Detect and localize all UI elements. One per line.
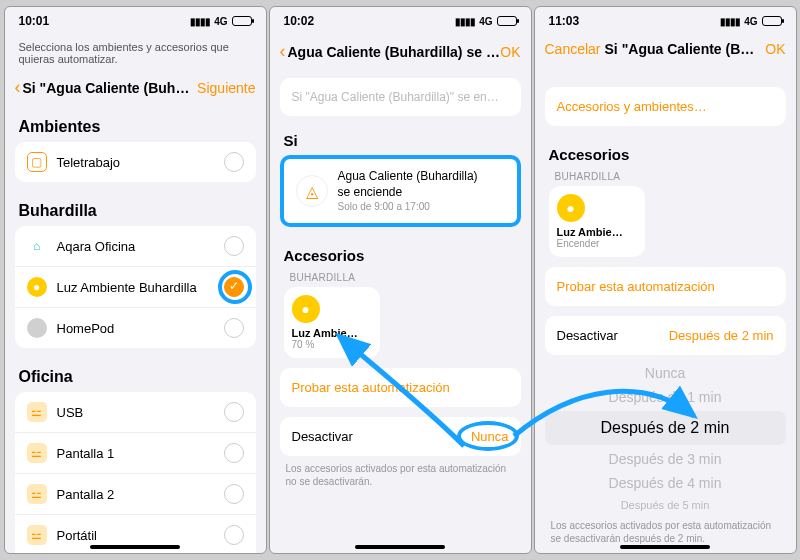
plug-icon: ⚍ xyxy=(27,443,47,463)
trigger-card[interactable]: ◬ Agua Caliente (Buhardilla) se enciende… xyxy=(280,155,521,227)
network-label: 4G xyxy=(744,16,757,27)
picker-option[interactable]: Después de 1 min xyxy=(545,385,786,409)
plug-icon: ⚍ xyxy=(27,484,47,504)
deactivate-row[interactable]: Desactivar Después de 2 min xyxy=(545,316,786,355)
radio-checked[interactable] xyxy=(224,277,244,297)
deactivate-row[interactable]: Desactivar Nunca xyxy=(280,417,521,456)
bulb-icon: ● xyxy=(557,194,585,222)
clock: 10:02 xyxy=(284,14,315,28)
accessory-tile-luz[interactable]: ● Luz Ambie… 70 % xyxy=(284,287,380,358)
deactivate-value: Nunca xyxy=(471,429,509,444)
status-bar: 10:01 ▮▮▮▮ 4G xyxy=(5,7,266,35)
home-indicator[interactable] xyxy=(355,545,445,549)
accessory-pantalla1[interactable]: ⚍Pantalla 1 xyxy=(15,433,256,474)
bulb-icon: ● xyxy=(27,277,47,297)
clock: 11:03 xyxy=(549,14,580,28)
screen-3: 11:03 ▮▮▮▮ 4G Cancelar Si "Agua Caliente… xyxy=(534,6,797,554)
picker-option[interactable]: Después de 4 min xyxy=(545,471,786,495)
group-oficina: ⚍USB ⚍Pantalla 1 ⚍Pantalla 2 ⚍Portátil ⚍… xyxy=(15,392,256,554)
battery-icon xyxy=(762,16,782,26)
ok-button[interactable]: OK xyxy=(500,44,520,60)
deactivate-value: Después de 2 min xyxy=(669,328,774,343)
monitor-icon: ▢ xyxy=(27,152,47,172)
homepod-icon xyxy=(27,318,47,338)
status-bar: 10:02 ▮▮▮▮ 4G xyxy=(270,7,531,35)
accessory-tile-luz[interactable]: ● Luz Ambie… Encender xyxy=(549,186,645,257)
test-automation-button[interactable]: Probar esta automatización xyxy=(280,368,521,407)
home-indicator[interactable] xyxy=(620,545,710,549)
accessory-homepod[interactable]: HomePod xyxy=(15,308,256,348)
tile-name: Luz Ambie… xyxy=(557,226,637,238)
nav-bar: ‹ Si "Agua Caliente (Buhardill… Siguient… xyxy=(5,71,266,108)
accessory-pantalla2[interactable]: ⚍Pantalla 2 xyxy=(15,474,256,515)
ok-button[interactable]: OK xyxy=(765,41,785,57)
tile-sub: 70 % xyxy=(292,339,372,350)
picker-option[interactable]: Después de 3 min xyxy=(545,447,786,471)
back-icon[interactable]: ‹ xyxy=(280,41,286,62)
radio-unchecked[interactable] xyxy=(224,152,244,172)
deactivate-label: Desactivar xyxy=(557,328,618,343)
status-bar: 11:03 ▮▮▮▮ 4G xyxy=(535,7,796,35)
accessory-luz[interactable]: ● Luz Ambiente Buhardilla xyxy=(15,267,256,308)
radio-unchecked[interactable] xyxy=(224,236,244,256)
home-indicator[interactable] xyxy=(90,545,180,549)
trigger-line1: Agua Caliente (Buhardilla) xyxy=(338,169,478,185)
picker-option[interactable]: Nunca xyxy=(545,361,786,385)
screen-1: 10:01 ▮▮▮▮ 4G Selecciona los ambientes y… xyxy=(4,6,267,554)
section-accesorios: Accesorios xyxy=(270,237,531,270)
tile-sub: Encender xyxy=(557,238,637,249)
hub-icon: ⌂ xyxy=(27,236,47,256)
section-buhardilla: Buhardilla xyxy=(5,192,266,226)
trigger-line2: se enciende xyxy=(338,185,478,201)
accessory-aqara[interactable]: ⌂ Aqara Oficina xyxy=(15,226,256,267)
section-si: Si xyxy=(270,122,531,155)
radio-unchecked[interactable] xyxy=(224,318,244,338)
section-accesorios: Accesorios xyxy=(535,136,796,169)
plug-icon: ⚍ xyxy=(27,525,47,545)
room-teletrabajo[interactable]: ▢ Teletrabajo xyxy=(15,142,256,182)
group-label: BUHARDILLA xyxy=(535,169,796,186)
back-icon[interactable]: ‹ xyxy=(15,77,21,98)
next-button[interactable]: Siguiente xyxy=(197,80,255,96)
battery-icon xyxy=(497,16,517,26)
trigger-icon: ◬ xyxy=(296,175,328,207)
nav-bar: ‹ Agua Caliente (Buhardilla) se enc… OK xyxy=(270,35,531,72)
battery-icon xyxy=(232,16,252,26)
instructions-text: Selecciona los ambientes y accesorios qu… xyxy=(5,35,266,71)
group-label: BUHARDILLA xyxy=(270,270,531,287)
nav-bar: Cancelar Si "Agua Caliente (Buhardill… O… xyxy=(535,35,796,67)
test-automation-button[interactable]: Probar esta automatización xyxy=(545,267,786,306)
group-ambientes: ▢ Teletrabajo xyxy=(15,142,256,182)
accessories-scenes-link[interactable]: Accesorios y ambientes… xyxy=(545,87,786,126)
duration-picker[interactable]: Nunca Después de 1 min Después de 2 min … xyxy=(545,361,786,515)
nav-title: Si "Agua Caliente (Buhardill… xyxy=(601,41,766,57)
screens-container: 10:01 ▮▮▮▮ 4G Selecciona los ambientes y… xyxy=(4,6,797,554)
signal-icon: ▮▮▮▮ xyxy=(455,16,475,27)
picker-option[interactable]: Después de 5 min xyxy=(545,495,786,515)
section-oficina: Oficina xyxy=(5,358,266,392)
network-label: 4G xyxy=(479,16,492,27)
signal-icon: ▮▮▮▮ xyxy=(190,16,210,27)
deactivate-label: Desactivar xyxy=(292,429,353,444)
accessory-usb[interactable]: ⚍USB xyxy=(15,392,256,433)
tile-name: Luz Ambie… xyxy=(292,327,372,339)
screen-2: 10:02 ▮▮▮▮ 4G ‹ Agua Caliente (Buhardill… xyxy=(269,6,532,554)
plug-icon: ⚍ xyxy=(27,402,47,422)
automation-name-field[interactable]: Si "Agua Caliente (Buhardilla)" se en… xyxy=(280,78,521,116)
bulb-icon: ● xyxy=(292,295,320,323)
signal-icon: ▮▮▮▮ xyxy=(720,16,740,27)
trigger-sub: Solo de 9:00 a 17:00 xyxy=(338,200,478,213)
group-buhardilla: ⌂ Aqara Oficina ● Luz Ambiente Buhardill… xyxy=(15,226,256,348)
section-ambientes: Ambientes xyxy=(5,108,266,142)
footnote: Los accesorios activados por esta automa… xyxy=(270,462,531,496)
picker-selected[interactable]: Después de 2 min xyxy=(545,411,786,445)
network-label: 4G xyxy=(214,16,227,27)
clock: 10:01 xyxy=(19,14,50,28)
nav-title: Si "Agua Caliente (Buhardill… xyxy=(23,80,198,96)
nav-title: Agua Caliente (Buhardilla) se enc… xyxy=(288,44,501,60)
cancel-button[interactable]: Cancelar xyxy=(545,41,601,57)
